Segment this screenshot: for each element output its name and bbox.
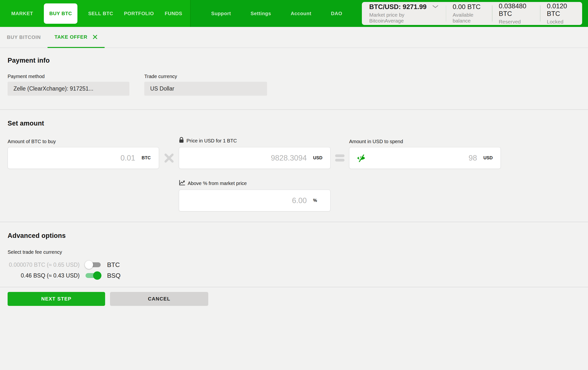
available-balance-value: 0.00 BTC [453,3,486,11]
main-nav-section: MARKET BUY BTC SELL BTC PORTFOLIO FUNDS [0,0,191,27]
trade-fee-currency-label: Select trade fee currency [8,249,588,255]
amount-btc-suffix: BTC [142,155,152,161]
market-price-value: BTC/USD: 9271.99 [369,3,427,11]
percent-above-market-value: 6.00 [186,196,307,205]
trade-currency-value: US Dollar [150,85,174,92]
nav-item-market[interactable]: MARKET [11,11,33,16]
fee-row-bsq: 0.46 BSQ (≈ 0.43 USD) BSQ [8,270,588,281]
nav-item-portfolio[interactable]: PORTFOLIO [124,11,154,16]
amount-usd-input[interactable]: 98 USD [349,147,501,169]
set-amount-section: Set amount Amount of BTC to buy 0.01 BTC… [0,110,588,222]
locked-balance-label: Locked [547,19,576,25]
nav-item-sell-btc[interactable]: SELL BTC [88,11,113,16]
trade-currency-field: US Dollar [144,82,267,96]
secondary-nav-section: Support Settings Account DAO BTC/USD: 92… [191,0,588,27]
tab-take-offer[interactable]: TAKE OFFER [48,27,104,48]
market-info-panel: BTC/USD: 9271.99 Market price by Bitcoin… [362,2,582,25]
amount-btc-input[interactable]: 0.01 BTC [8,147,159,169]
nav-item-support[interactable]: Support [211,11,231,16]
price-per-btc-input[interactable]: 9828.3094 USD [179,147,331,169]
amount-btc-label: Amount of BTC to buy [8,139,159,144]
amount-usd-value: 98 [366,154,477,162]
reserved-balance-value: 0.038480 BTC [499,2,534,18]
nav-item-funds[interactable]: FUNDS [165,11,182,16]
bsq-fee-toggle[interactable] [86,273,101,278]
chevron-down-icon[interactable] [432,5,439,10]
bsq-toggle-label: BSQ [107,272,121,279]
payment-method-value: Zelle (ClearXchange): 917251... [13,85,93,92]
tab-take-offer-label: TAKE OFFER [54,34,87,40]
btc-fee-toggle[interactable] [86,262,101,267]
nav-item-account[interactable]: Account [291,11,311,16]
available-balance: 0.00 BTC Available balance [446,2,492,25]
next-step-button[interactable]: NEXT STEP [8,292,105,306]
payment-info-section: Payment info Payment method Zelle (Clear… [0,48,588,109]
price-per-btc-value: 9828.3094 [186,154,307,162]
lock-icon [179,137,184,144]
percent-above-market-suffix: % [313,198,323,203]
tab-buy-bitcoin[interactable]: BUY BITCOIN [0,27,48,47]
advanced-options-title: Advanced options [8,232,588,240]
market-price-source: Market price by BitcoinAverage [369,12,440,24]
action-buttons: NEXT STEP CANCEL [0,287,588,306]
price-per-btc-suffix: USD [313,155,323,161]
nav-item-buy-btc[interactable]: BUY BTC [44,3,77,24]
percent-above-market-label: Above % from market price [188,181,247,186]
bsq-fee-amount: 0.46 BSQ (≈ 0.43 USD) [8,272,80,279]
reserved-balance: 0.038480 BTC Reserved [492,2,540,25]
chart-icon [179,180,185,187]
set-amount-title: Set amount [8,120,588,127]
payment-info-title: Payment info [8,57,588,64]
top-navigation: MARKET BUY BTC SELL BTC PORTFOLIO FUNDS … [0,0,588,27]
cancel-button[interactable]: CANCEL [110,292,208,306]
amount-usd-suffix: USD [483,155,494,161]
trade-currency-label: Trade currency [144,74,267,79]
locked-balance-value: 0.0120 BTC [547,2,576,18]
btc-fee-amount: 0.000070 BTC (≈ 0.65 USD) [8,262,80,268]
reserved-balance-label: Reserved [499,19,534,25]
market-price-selector[interactable]: BTC/USD: 9271.99 Market price by Bitcoin… [362,2,446,25]
price-per-btc-label: Price in USD for 1 BTC [186,138,237,144]
payment-method-field: Zelle (ClearXchange): 917251... [8,82,129,96]
fee-row-btc: 0.000070 BTC (≈ 0.65 USD) BTC [8,259,588,270]
payment-method-label: Payment method [8,74,129,79]
equals-icon [331,147,349,169]
eye-off-icon [356,154,366,162]
available-balance-label: Available balance [453,12,486,24]
multiply-icon [159,147,179,169]
nav-item-settings[interactable]: Settings [251,11,271,16]
percent-above-market-input[interactable]: 6.00 % [179,190,331,211]
close-icon[interactable] [92,34,98,40]
amount-usd-label: Amount in USD to spend [349,139,501,144]
sub-tab-bar: BUY BITCOIN TAKE OFFER [0,27,588,48]
locked-balance: 0.0120 BTC Locked [540,2,582,25]
amount-btc-value: 0.01 [15,154,135,162]
nav-item-dao[interactable]: DAO [331,11,342,16]
btc-toggle-label: BTC [107,261,120,269]
advanced-options-section: Advanced options Select trade fee curren… [0,222,588,287]
